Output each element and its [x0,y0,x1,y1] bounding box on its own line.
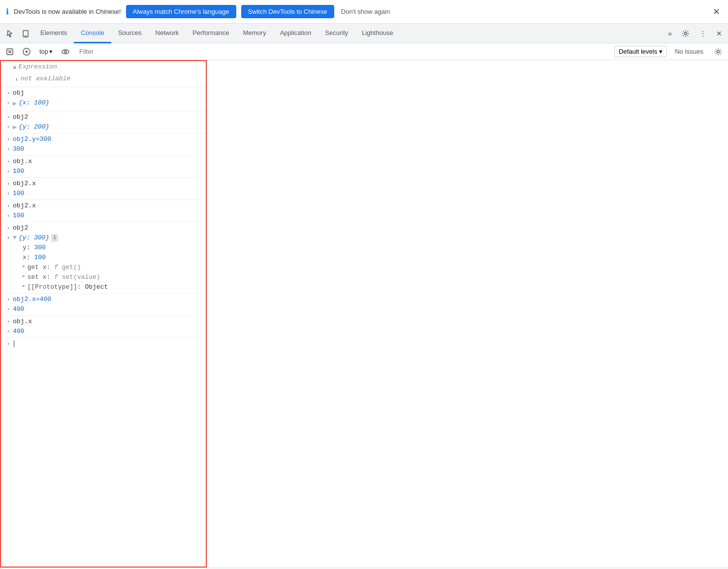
expand-arrow[interactable]: ‹ [5,145,12,153]
result-value: 400 [13,328,24,335]
console-row: ‹ ▶ {x: 100} [1,98,206,110]
issues-settings-button[interactable] [711,46,725,58]
expression-label: Expression [19,63,57,70]
close-devtools-button[interactable]: ✕ [712,24,726,43]
input-text: obj.x [13,158,32,165]
expand-arrow[interactable]: ▶ [23,273,25,279]
tab-security[interactable]: Security [318,24,355,43]
clear-console-button[interactable] [3,46,17,58]
input-text: obj [13,89,24,97]
console-row: › obj.x [1,317,206,327]
cursor-icon-button[interactable] [2,24,18,43]
list-item: › obj2 ‹ ▼ {y: 300} i y: 300 x: 100 ▶ ge… [1,222,206,294]
expand-arrow[interactable]: ‹ [5,212,12,220]
list-item: › obj.x ‹ 100 [1,156,206,178]
expand-arrow[interactable]: ‹ [5,328,12,335]
console-row: ‹ ▼ {y: 300} i [1,233,206,243]
expand-arrow[interactable]: ‹ [5,305,12,313]
console-row: ‹ 100 [1,167,206,176]
property-value: 100 [34,254,45,261]
levels-dropdown-icon: ▾ [659,48,663,55]
property-key: [[Prototype]]: [27,283,85,291]
settings-button[interactable] [678,24,694,43]
tab-sources[interactable]: Sources [111,24,149,43]
filter-icon-button[interactable] [20,46,33,58]
device-icon-button[interactable] [18,24,33,43]
tab-console[interactable]: Console [74,24,111,43]
console-row: ✕ Expression [1,62,206,74]
expand-arrow[interactable]: ‹ [5,123,12,131]
expand-arrow[interactable]: ▶ [23,283,25,289]
svg-point-11 [717,50,720,53]
main-area: ✕ Expression ‹ not available › obj ‹ ▶ {… [0,60,728,568]
console-row: ▶ [[Prototype]]: Object [1,282,206,292]
result-value: {x: 100} [19,99,49,106]
tab-elements[interactable]: Elements [33,24,74,43]
console-row: ▶ get x: f get() [1,263,206,272]
info-message: DevTools is now available in Chinese! [14,8,121,15]
property-value: Object [85,283,108,291]
eye-icon-button[interactable] [59,46,72,58]
tab-memory[interactable]: Memory [236,24,273,43]
expand-arrow[interactable]: › [5,224,12,232]
list-item: ✕ Expression ‹ not available [1,61,206,87]
cursor-indicator [14,340,14,347]
tab-application[interactable]: Application [273,24,318,43]
list-item: › obj ‹ ▶ {x: 100} [1,87,206,111]
expand-arrow[interactable]: ‹ [5,167,12,175]
console-row: ‹ 400 [1,327,206,336]
expand-arrow[interactable]: ▶ [23,264,25,269]
console-panel: ✕ Expression ‹ not available › obj ‹ ▶ {… [0,60,207,568]
error-icon: ✕ [13,63,17,73]
property-value: f get() [54,264,81,271]
match-language-button[interactable]: Always match Chrome's language [126,5,236,18]
default-levels-button[interactable]: Default levels ▾ [614,46,667,57]
expand-arrow[interactable]: › [5,180,12,188]
tab-performance[interactable]: Performance [186,24,236,43]
expand-arrow[interactable] [5,63,12,71]
console-row: › obj.x [1,157,206,167]
switch-to-chinese-button[interactable]: Switch DevTools to Chinese [241,5,334,18]
console-row: › obj2.y=300 [1,134,206,144]
toolbar-right: Default levels ▾ No Issues [614,46,725,58]
svg-point-10 [64,51,66,53]
expand-arrow[interactable]: ‹ [5,234,12,242]
console-row: ‹ 100 [1,211,206,221]
console-row: ‹ 400 [1,304,206,314]
right-area [207,60,728,568]
tab-bar: Elements Console Sources Network Perform… [0,24,728,43]
result-icon: ▼ [13,234,17,241]
expand-arrow[interactable]: › [5,89,12,97]
expand-arrow[interactable]: › [5,158,12,166]
expand-arrow[interactable]: ‹ [5,190,12,198]
info-badge: i [51,234,58,242]
tab-bar-right: » ⋮ ✕ [664,24,726,43]
result-icon: ‹ [15,75,19,85]
input-text: obj2.y=300 [13,135,51,143]
expand-arrow[interactable]: ‹ [5,99,12,107]
tab-lighthouse[interactable]: Lighthouse [355,24,400,43]
list-item: › obj.x ‹ 400 [1,316,206,338]
tab-network[interactable]: Network [149,24,186,43]
expand-arrow[interactable]: › [5,135,12,143]
filter-input[interactable] [75,46,611,57]
result-value: 400 [13,305,24,313]
svg-point-2 [685,32,687,34]
result-value: {y: 300} [19,234,49,241]
more-tabs-button[interactable]: » [664,24,676,43]
dont-show-again-link[interactable]: Don't show again [341,8,390,15]
property-key: y: [23,244,34,251]
expand-arrow[interactable]: › [5,113,12,121]
expand-arrow[interactable]: › [5,202,12,210]
context-dropdown[interactable]: top ▾ [36,47,56,56]
expand-arrow[interactable]: › [5,296,12,303]
info-bar-close-button[interactable]: ✕ [711,6,722,17]
property-value: 300 [34,244,45,251]
devtools-menu-button[interactable]: ⋮ [696,24,710,43]
console-row: ‹ 100 [1,189,206,199]
no-issues-badge: No Issues [671,46,707,57]
expand-arrow[interactable]: › [5,318,12,326]
input-text: obj2 [13,224,28,232]
cursor-line[interactable]: › [1,338,206,350]
console-row: x: 100 [1,253,206,263]
